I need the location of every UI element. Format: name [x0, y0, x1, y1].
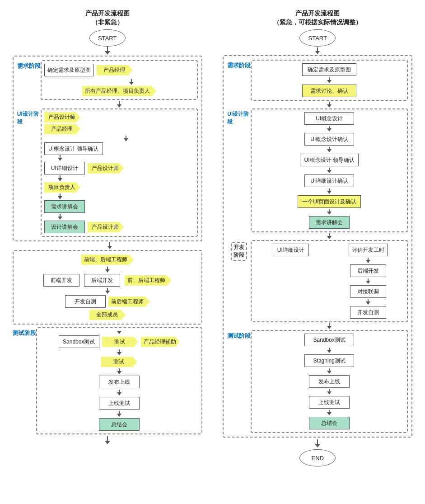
left-ui-designer-tag: 产品设计师	[44, 112, 80, 122]
right-end-arrow	[315, 439, 320, 447]
right-release: 发布上线	[309, 375, 350, 388]
arrow-ui-dev	[107, 242, 112, 249]
right-ui-detail: UI详细设计	[273, 244, 309, 256]
left-flowchart: 产品开发流程图 （非紧急） START 需求阶段 确定需求及原型图	[5, 9, 210, 466]
left-test-section: 测试阶段 Sandbox测试 测试 产品经理辅助	[13, 327, 202, 434]
right-one-ui-page: 一个UI页面设计及确认	[298, 195, 361, 208]
right-staging: Stagning测试	[304, 354, 354, 367]
left-final-arrow	[105, 436, 110, 444]
right-eval-time: 评估开发工时	[349, 244, 388, 256]
left-online-test: 上线测试	[99, 397, 140, 410]
right-start-arrow	[315, 47, 320, 54]
left-all-members2-tag: 全部成员	[89, 310, 126, 320]
right-dev-test-arrow	[251, 323, 408, 329]
right-ui-dev-arrow	[251, 233, 408, 239]
right-demand-section: 需求阶段 确定需求及原型图 需求讨论、确认	[227, 60, 408, 101]
right-test-section: 测试阶段 Sandbox测试 Stagning测试 发布上线	[227, 330, 408, 433]
left-ui-concept-confirm: UI概念设计 领导确认	[44, 142, 103, 155]
right-ui-concept-leader: UI概念设计 领导确认	[300, 154, 359, 166]
left-req-meeting: 需求讲解会	[44, 200, 85, 213]
arrow1-head	[105, 51, 110, 55]
left-ui-detail: UI详细设计	[44, 162, 85, 174]
right-end-oval: END	[299, 449, 336, 466]
left-all-members-tag: 前后端工程师	[108, 297, 150, 307]
right-demand-ui-arrow	[251, 102, 408, 108]
right-summary: 总结会	[309, 417, 350, 429]
arrow1	[107, 47, 108, 51]
left-pm2-tag: 产品经理	[44, 124, 80, 134]
right-start-oval: START	[299, 29, 336, 47]
right-ui-concept: UI概念设计	[304, 112, 354, 125]
right-flowchart: 产品开发流程图 （紧急，可根据实际情况调整） START 需求阶段 确定需求及原…	[215, 9, 421, 466]
left-fe-be2-tag: 前、后端工程师	[125, 275, 172, 286]
left-proj-mgr-tag: 项目负责人	[44, 182, 80, 193]
right-title: 产品开发流程图 （紧急，可根据实际情况调整）	[273, 9, 362, 27]
left-all-pm-tag: 所有产品经理、项目负责人	[82, 86, 156, 96]
right-dev-section: 开发 阶段 UI详细设计 评估开发工时	[227, 240, 408, 322]
left-title: 产品开发流程图 （非紧急）	[85, 9, 130, 27]
left-frontend-dev: 前端开发	[43, 274, 79, 287]
right-ui-detail-confirm: UI详细设计确认	[304, 174, 354, 187]
left-release: 发布上线	[99, 376, 140, 388]
right-confirm-req: 确定需求及原型图	[302, 63, 356, 76]
right-ui-section: UI设计阶段 UI概念设计 UI概念设计确认 UI概念设计 领导确认	[227, 108, 408, 232]
left-test-tag: 测试	[102, 337, 138, 347]
left-confirm-req: 确定需求及原型图	[44, 64, 94, 76]
left-backend-dev: 后端开发	[84, 274, 120, 287]
right-dev-selftest: 开发自测	[350, 306, 386, 319]
left-start-oval: START	[89, 29, 126, 47]
left-dev-test: 开发自测	[65, 295, 106, 308]
right-sandbox: Sandbox测试	[304, 334, 354, 346]
left-design-meeting-pm-tag: 产品设计师	[88, 222, 124, 232]
right-req-discuss: 需求讨论、确认	[302, 85, 356, 97]
right-interface-debug: 对接联调	[350, 285, 386, 298]
left-ui-section: UI设计阶段 产品设计师 产品经理	[17, 108, 198, 237]
left-sandbox: Sandbox测试	[59, 335, 99, 348]
left-design-meeting: 设计讲解会	[44, 221, 85, 233]
left-demand-section: 需求阶段 确定需求及原型图 产品经理 所有	[17, 60, 198, 100]
right-backend-dev: 后端开发	[350, 264, 386, 277]
right-online-test: 上线测试	[309, 396, 350, 409]
left-summary: 总结会	[99, 418, 140, 431]
left-pm-tag: 产品经理	[97, 65, 133, 75]
right-ui-concept-confirm: UI概念设计确认	[304, 133, 354, 146]
left-ui-detail-pm-tag: 产品设计师	[88, 163, 124, 174]
right-req-meeting: 需求讲解会	[309, 216, 350, 229]
left-fe-be-tag: 前端、后端工程师	[81, 254, 134, 265]
demand-label: 需求阶段	[17, 60, 41, 100]
left-pm-assist-tag: 产品经理辅助	[141, 337, 180, 347]
left-test2-tag: 测试	[101, 357, 137, 367]
arrow-demand-ui	[41, 101, 198, 108]
